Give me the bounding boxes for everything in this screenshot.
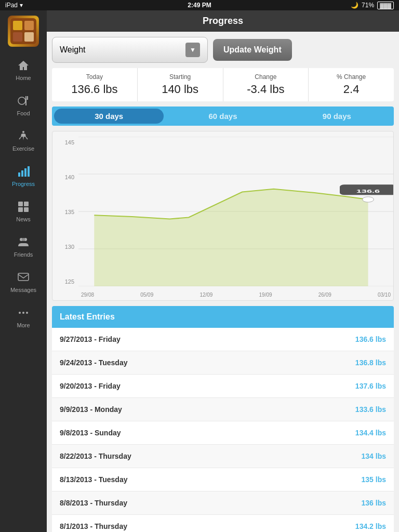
sidebar-label-exercise: Exercise [12, 145, 34, 152]
entry-weight: 135 lbs [362, 475, 386, 484]
stat-today-label: Today [56, 73, 133, 81]
stat-change: Change -3.4 lbs [223, 68, 309, 101]
sidebar-item-exercise[interactable]: Exercise [0, 123, 47, 158]
status-bar: iPad ▾ 2:49 PM 🌙 71% ▓▓▓ [0, 0, 399, 10]
sidebar-item-more[interactable]: More [0, 299, 47, 335]
stat-today-value: 136.6 lbs [56, 83, 133, 96]
x-label-1209: 12/09 [200, 292, 212, 298]
device-name: iPad [5, 2, 18, 9]
status-left: iPad ▾ [5, 2, 23, 9]
news-icon [16, 200, 31, 214]
dropdown-arrow-icon: ▼ [185, 43, 200, 57]
entry-row[interactable]: 8/22/2013 - Thursday 134 lbs [52, 445, 394, 468]
x-label-2908: 29/08 [81, 292, 94, 298]
status-right: 🌙 71% ▓▓▓ [351, 2, 394, 9]
tab-60-days[interactable]: 60 days [166, 107, 280, 126]
svg-rect-2 [24, 21, 34, 30]
period-tabs: 30 days 60 days 90 days [52, 107, 394, 126]
entry-row[interactable]: 8/8/2013 - Thursday 136 lbs [52, 491, 394, 515]
food-icon [16, 94, 31, 108]
stat-change-value: -3.4 lbs [228, 83, 304, 96]
home-icon [16, 58, 31, 73]
x-label-0509: 05/09 [140, 292, 153, 298]
entry-row[interactable]: 9/9/2013 - Monday 133.6 lbs [52, 398, 394, 421]
moon-icon: 🌙 [351, 2, 358, 9]
svg-point-21 [19, 312, 21, 314]
wifi-indicator: ▾ [20, 2, 23, 9]
svg-rect-16 [24, 207, 29, 212]
sidebar-label-friends: Friends [14, 251, 33, 258]
x-label-0310: 03/10 [378, 292, 391, 298]
battery-icon: ▓▓▓ [377, 2, 394, 9]
svg-rect-1 [13, 21, 22, 30]
stat-pct-change-label: % Change [313, 73, 390, 81]
page-header: Progress [47, 10, 399, 32]
latest-entries-section: Latest Entries 9/27/2013 - Friday 136.6 … [52, 306, 394, 532]
line-chart: 136.6 [78, 137, 393, 286]
entry-weight: 137.6 lbs [355, 382, 386, 390]
entry-weight: 136.8 lbs [355, 358, 386, 367]
battery-percent: 71% [362, 2, 374, 9]
stat-starting-value: 140 lbs [142, 83, 219, 96]
update-weight-button[interactable]: Update Weight [213, 39, 292, 61]
svg-point-23 [26, 312, 28, 314]
main-content: Progress Weight ▼ Update Weight Today 13… [47, 10, 399, 532]
entry-weight: 134 lbs [362, 452, 386, 460]
page-title: Progress [203, 16, 243, 26]
stat-pct-change-value: 2.4 [313, 83, 390, 96]
sidebar-item-friends[interactable]: Friends [0, 229, 47, 264]
sidebar-item-food[interactable]: Food [0, 87, 47, 123]
entry-date: 8/1/2013 - Thursday [60, 522, 127, 530]
sidebar-label-more: More [17, 322, 30, 328]
latest-entries-header: Latest Entries [52, 306, 394, 328]
avatar[interactable] [8, 16, 39, 47]
svg-marker-29 [94, 189, 368, 286]
stat-pct-change: % Change 2.4 [309, 68, 394, 101]
entry-date: 8/22/2013 - Thursday [60, 452, 131, 460]
entry-date: 8/13/2013 - Tuesday [60, 475, 127, 484]
tab-30-days[interactable]: 30 days [54, 109, 164, 124]
more-icon [16, 305, 31, 320]
svg-rect-11 [24, 168, 26, 177]
entry-row[interactable]: 9/20/2013 - Friday 137.6 lbs [52, 375, 394, 398]
svg-rect-10 [21, 170, 23, 177]
entry-date: 9/9/2013 - Monday [60, 405, 122, 414]
stat-change-label: Change [228, 73, 304, 81]
entry-row[interactable]: 8/13/2013 - Tuesday 135 lbs [52, 468, 394, 491]
svg-point-19 [22, 238, 25, 241]
sidebar-item-home[interactable]: Home [0, 52, 47, 87]
svg-rect-13 [18, 202, 23, 206]
entries-list: 9/27/2013 - Friday 136.6 lbs 9/24/2013 -… [52, 328, 394, 532]
progress-icon [16, 164, 31, 179]
stats-row: Today 136.6 lbs Starting 140 lbs Change … [52, 68, 394, 101]
entry-row[interactable]: 9/27/2013 - Friday 136.6 lbs [52, 328, 394, 351]
content-area: Weight ▼ Update Weight Today 136.6 lbs S… [47, 32, 399, 532]
status-time: 2:49 PM [188, 2, 211, 9]
tab-90-days[interactable]: 90 days [280, 107, 394, 126]
exercise-icon [16, 129, 31, 143]
entry-row[interactable]: 9/8/2013 - Sunday 134.4 lbs [52, 421, 394, 445]
entry-date: 9/27/2013 - Friday [60, 335, 121, 343]
entry-row[interactable]: 8/1/2013 - Thursday 134.2 lbs [52, 515, 394, 532]
sidebar-item-progress[interactable]: Progress [0, 158, 47, 193]
svg-point-30 [363, 197, 374, 202]
svg-rect-4 [24, 32, 34, 42]
entry-weight: 133.6 lbs [355, 405, 386, 414]
weight-dropdown[interactable]: Weight ▼ [52, 37, 208, 63]
svg-point-22 [22, 312, 24, 314]
entry-date: 9/24/2013 - Tuesday [60, 358, 127, 367]
dropdown-label: Weight [60, 45, 86, 55]
x-label-2609: 26/09 [318, 292, 331, 298]
svg-rect-9 [18, 172, 20, 177]
sidebar-item-news[interactable]: News [0, 193, 47, 229]
svg-rect-15 [18, 207, 23, 212]
sidebar-item-messages[interactable]: Messages [0, 264, 47, 299]
entry-row[interactable]: 9/24/2013 - Tuesday 136.8 lbs [52, 351, 394, 375]
sidebar-label-news: News [16, 216, 31, 222]
stat-today: Today 136.6 lbs [52, 68, 138, 101]
entry-date: 8/8/2013 - Thursday [60, 499, 127, 507]
svg-rect-3 [13, 32, 22, 42]
stat-starting-label: Starting [142, 73, 219, 81]
chart-container: 145 140 135 130 125 [52, 131, 394, 301]
y-label-130: 130 [65, 244, 74, 250]
